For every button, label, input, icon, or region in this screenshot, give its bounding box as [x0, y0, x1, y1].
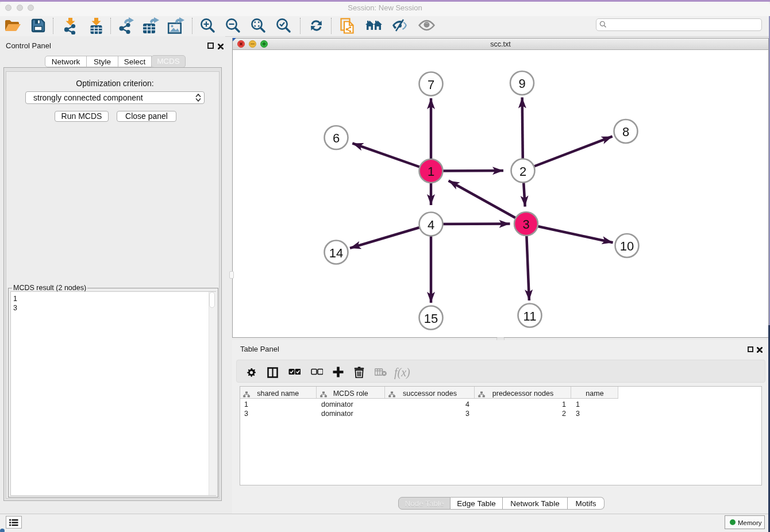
- svg-text:10: 10: [620, 239, 634, 253]
- svg-text:3: 3: [522, 217, 529, 232]
- svg-text:15: 15: [424, 311, 438, 326]
- svg-text:6: 6: [333, 131, 340, 145]
- svg-text:4: 4: [428, 218, 434, 232]
- svg-text:8: 8: [622, 125, 629, 139]
- svg-text:2: 2: [519, 164, 526, 179]
- svg-text:7: 7: [428, 78, 434, 92]
- svg-text:1: 1: [428, 164, 434, 179]
- svg-text:14: 14: [329, 246, 343, 260]
- svg-text:9: 9: [518, 76, 525, 91]
- svg-text:11: 11: [523, 309, 537, 323]
